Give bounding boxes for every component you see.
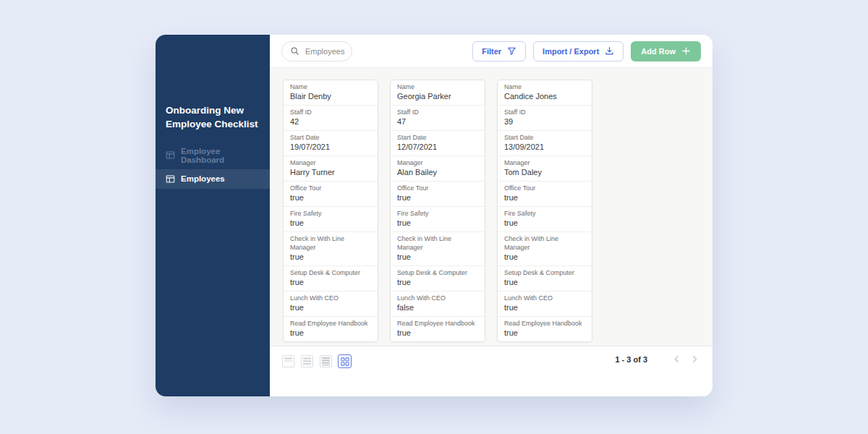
field-label: Lunch With CEO: [290, 294, 371, 302]
app-window: Onboarding New Employee Checklist Employ…: [156, 35, 712, 396]
search-input[interactable]: [304, 46, 354, 56]
field-value: 42: [290, 116, 371, 127]
field-label: Start Date: [290, 133, 371, 142]
field-row: Lunch With CEOtrue: [284, 291, 378, 316]
field-row: Staff ID47: [391, 105, 485, 130]
field-label: Setup Desk & Computer: [397, 268, 478, 277]
field-label: Fire Safety: [397, 209, 478, 218]
records-grid: NameBlair DenbyStaff ID42Start Date19/07…: [283, 80, 699, 342]
field-row: ManagerHarry Turner: [284, 156, 378, 181]
field-label: Name: [397, 82, 478, 91]
plus-icon: [681, 46, 691, 56]
grid-view-button[interactable]: [338, 354, 352, 368]
funnel-icon: [507, 46, 516, 56]
field-value: true: [397, 277, 478, 287]
field-row: Read Employee Handbooktrue: [498, 316, 592, 341]
field-value: true: [290, 252, 371, 262]
field-label: Manager: [290, 158, 371, 167]
field-label: Fire Safety: [290, 209, 371, 218]
field-value: true: [290, 192, 371, 203]
filter-button[interactable]: Filter: [472, 41, 526, 61]
field-value: true: [504, 192, 585, 203]
sidebar-item-label: Employees: [181, 174, 225, 183]
list-tall-view-button[interactable]: [319, 354, 333, 368]
field-label: Lunch With CEO: [504, 294, 585, 302]
list-medium-icon: [301, 355, 313, 367]
field-label: Manager: [504, 158, 585, 167]
field-row: Office Tourtrue: [391, 181, 485, 206]
field-label: Read Employee Handbook: [504, 319, 585, 328]
pagination-next-button[interactable]: [690, 354, 699, 364]
field-row: Setup Desk & Computertrue: [498, 265, 592, 291]
toolbar: Filter Import / Export Add Row: [270, 35, 712, 68]
field-label: Read Employee Handbook: [290, 319, 371, 328]
field-label: Staff ID: [290, 108, 371, 116]
search-box[interactable]: [281, 41, 352, 61]
field-value: true: [397, 328, 478, 338]
sidebar-item-employees[interactable]: Employees: [156, 169, 270, 189]
pagination-prev-button[interactable]: [672, 354, 681, 364]
main-area: Filter Import / Export Add Row: [270, 35, 712, 396]
field-label: Fire Safety: [504, 209, 585, 218]
field-value: 19/07/2021: [290, 142, 371, 152]
field-row: Staff ID39: [498, 105, 592, 130]
field-value: true: [504, 218, 585, 228]
field-row: NameCandice Jones: [498, 80, 592, 105]
sidebar: Onboarding New Employee Checklist Employ…: [156, 35, 270, 396]
list-compact-view-button[interactable]: [281, 354, 295, 368]
field-row: Staff ID42: [284, 105, 378, 130]
list-compact-icon: [282, 355, 294, 367]
field-label: Read Employee Handbook: [397, 319, 478, 328]
field-value: true: [290, 218, 371, 228]
field-value: Candice Jones: [504, 91, 585, 101]
records-area: NameBlair DenbyStaff ID42Start Date19/07…: [270, 68, 712, 346]
import-export-button[interactable]: Import / Export: [533, 41, 624, 61]
pagination-range: 1 - 3 of 3: [615, 355, 647, 364]
import-export-button-label: Import / Export: [542, 47, 599, 56]
field-label: Name: [504, 82, 585, 91]
field-value: true: [397, 218, 478, 228]
field-row: Fire Safetytrue: [391, 206, 485, 231]
field-value: Alan Bailey: [397, 167, 478, 177]
field-value: true: [397, 252, 478, 262]
page-background: Onboarding New Employee Checklist Employ…: [0, 0, 868, 434]
field-row: Lunch With CEOtrue: [498, 291, 592, 316]
field-label: Name: [290, 82, 371, 91]
field-row: Read Employee Handbooktrue: [284, 316, 378, 341]
sidebar-item-label: Employee Dashboard: [181, 147, 260, 164]
pagination: 1 - 3 of 3: [615, 354, 699, 364]
app-title: Onboarding New Employee Checklist: [156, 104, 270, 132]
record-card[interactable]: NameGeorgia ParkerStaff ID47Start Date12…: [390, 80, 485, 342]
field-label: Start Date: [397, 133, 478, 142]
field-label: Staff ID: [397, 108, 478, 116]
field-value: 12/07/2021: [397, 142, 478, 152]
field-label: Start Date: [504, 133, 585, 142]
field-value: Tom Daley: [504, 167, 585, 177]
field-value: true: [504, 328, 585, 338]
field-value: 47: [397, 116, 478, 127]
field-value: true: [504, 302, 585, 312]
field-value: true: [504, 252, 585, 262]
footer-bar: 1 - 3 of 3: [270, 346, 712, 396]
field-value: Harry Turner: [290, 167, 371, 177]
field-row: ManagerTom Daley: [498, 156, 592, 181]
field-row: Lunch With CEOfalse: [391, 291, 485, 316]
record-card[interactable]: NameBlair DenbyStaff ID42Start Date19/07…: [283, 80, 378, 342]
field-label: Check in With Line Manager: [397, 234, 478, 252]
table-icon: [166, 150, 175, 160]
field-label: Setup Desk & Computer: [504, 268, 585, 277]
field-row: Read Employee Handbooktrue: [391, 316, 485, 341]
field-value: false: [397, 302, 478, 312]
field-value: 13/09/2021: [504, 142, 585, 152]
field-value: true: [397, 192, 478, 203]
field-label: Check in With Line Manager: [290, 234, 371, 252]
field-row: Start Date13/09/2021: [498, 130, 592, 156]
filter-button-label: Filter: [482, 47, 501, 56]
grid-view-icon: [341, 357, 349, 366]
list-medium-view-button[interactable]: [300, 354, 314, 368]
add-row-button[interactable]: Add Row: [631, 41, 701, 61]
record-card[interactable]: NameCandice JonesStaff ID39Start Date13/…: [497, 80, 592, 342]
sidebar-item-employee-dashboard[interactable]: Employee Dashboard: [156, 142, 270, 169]
field-value: Blair Denby: [290, 91, 371, 101]
field-row: Check in With Line Managertrue: [498, 231, 592, 265]
